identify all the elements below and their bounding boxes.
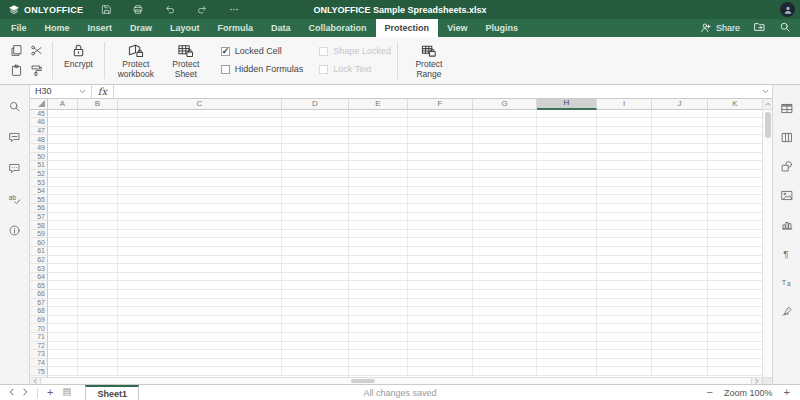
cell-K63[interactable] (708, 264, 762, 273)
cell-A68[interactable] (48, 307, 78, 316)
cell-B66[interactable] (78, 290, 118, 299)
cell-C75[interactable] (118, 367, 282, 376)
cell-G54[interactable] (473, 187, 537, 196)
cell-A54[interactable] (48, 187, 78, 196)
tab-home[interactable]: Home (36, 19, 79, 37)
cell-C62[interactable] (118, 256, 282, 265)
search-panel-button[interactable] (7, 99, 23, 114)
cell-K60[interactable] (708, 238, 762, 247)
cell-A52[interactable] (48, 170, 78, 179)
cell-B68[interactable] (78, 307, 118, 316)
cell-G53[interactable] (473, 178, 537, 187)
cell-B48[interactable] (78, 135, 118, 144)
cell-A63[interactable] (48, 264, 78, 273)
cell-I61[interactable] (597, 247, 652, 256)
cell-G73[interactable] (473, 350, 537, 359)
cell-J73[interactable] (652, 350, 708, 359)
cell-E60[interactable] (349, 238, 408, 247)
paste-button[interactable] (7, 61, 25, 79)
cell-C50[interactable] (118, 153, 282, 162)
cell-C61[interactable] (118, 247, 282, 256)
paragraph-settings-button[interactable]: ¶ (779, 246, 795, 261)
column-header-F[interactable]: F (408, 99, 473, 110)
cell-K66[interactable] (708, 290, 762, 299)
cell-B45[interactable] (78, 110, 118, 119)
cell-E66[interactable] (349, 290, 408, 299)
cell-B71[interactable] (78, 333, 118, 342)
cell-F73[interactable] (408, 350, 473, 359)
cell-B57[interactable] (78, 213, 118, 222)
cell-E51[interactable] (349, 161, 408, 170)
cell-I56[interactable] (597, 204, 652, 213)
cell-A49[interactable] (48, 144, 78, 153)
cell-G55[interactable] (473, 195, 537, 204)
cell-D50[interactable] (282, 153, 349, 162)
cell-K54[interactable] (708, 187, 762, 196)
row-header-46[interactable]: 46 (30, 118, 48, 127)
cell-B46[interactable] (78, 118, 118, 127)
cell-H57[interactable] (537, 213, 597, 222)
tab-collaboration[interactable]: Collaboration (300, 19, 376, 37)
tab-insert[interactable]: Insert (79, 19, 122, 37)
cell-I59[interactable] (597, 230, 652, 239)
cell-E53[interactable] (349, 178, 408, 187)
cell-J56[interactable] (652, 204, 708, 213)
cell-E50[interactable] (349, 153, 408, 162)
select-all-corner[interactable] (30, 99, 48, 110)
image-settings-button[interactable] (779, 188, 795, 203)
row-header-74[interactable]: 74 (30, 359, 48, 368)
cell-C70[interactable] (118, 324, 282, 333)
cell-G47[interactable] (473, 127, 537, 136)
row-header-62[interactable]: 62 (30, 256, 48, 265)
cell-E72[interactable] (349, 342, 408, 351)
cell-C67[interactable] (118, 299, 282, 308)
prev-sheet-button[interactable] (9, 388, 14, 398)
cell-K67[interactable] (708, 299, 762, 308)
cell-D64[interactable] (282, 273, 349, 282)
cell-D60[interactable] (282, 238, 349, 247)
cell-E62[interactable] (349, 256, 408, 265)
cell-D74[interactable] (282, 359, 349, 368)
cell-F64[interactable] (408, 273, 473, 282)
cell-J46[interactable] (652, 118, 708, 127)
cell-D62[interactable] (282, 256, 349, 265)
tab-formula[interactable]: Formula (209, 19, 263, 37)
cell-B67[interactable] (78, 299, 118, 308)
cell-D75[interactable] (282, 367, 349, 376)
cell-E73[interactable] (349, 350, 408, 359)
cell-I53[interactable] (597, 178, 652, 187)
cell-H45[interactable] (537, 110, 597, 119)
column-header-B[interactable]: B (78, 99, 118, 110)
cell-I60[interactable] (597, 238, 652, 247)
cell-B74[interactable] (78, 359, 118, 368)
cell-I62[interactable] (597, 256, 652, 265)
cell-A73[interactable] (48, 350, 78, 359)
cell-D52[interactable] (282, 170, 349, 179)
row-header-49[interactable]: 49 (30, 144, 48, 153)
cell-I57[interactable] (597, 213, 652, 222)
cell-name-box[interactable]: H30 (30, 85, 92, 98)
cell-G60[interactable] (473, 238, 537, 247)
cell-F45[interactable] (408, 110, 473, 119)
cell-A65[interactable] (48, 281, 78, 290)
cell-C45[interactable] (118, 110, 282, 119)
cell-C51[interactable] (118, 161, 282, 170)
cell-H64[interactable] (537, 273, 597, 282)
cell-E59[interactable] (349, 230, 408, 239)
cell-I72[interactable] (597, 342, 652, 351)
cell-K57[interactable] (708, 213, 762, 222)
save-button[interactable] (101, 4, 112, 15)
cell-J65[interactable] (652, 281, 708, 290)
cell-H62[interactable] (537, 256, 597, 265)
cell-F58[interactable] (408, 221, 473, 230)
row-header-60[interactable]: 60 (30, 238, 48, 247)
cell-F65[interactable] (408, 281, 473, 290)
column-header-E[interactable]: E (349, 99, 408, 110)
cell-A55[interactable] (48, 195, 78, 204)
cell-K74[interactable] (708, 359, 762, 368)
cell-G52[interactable] (473, 170, 537, 179)
cell-E61[interactable] (349, 247, 408, 256)
cell-C46[interactable] (118, 118, 282, 127)
zoom-in-button[interactable]: + (784, 387, 790, 398)
row-header-48[interactable]: 48 (30, 135, 48, 144)
